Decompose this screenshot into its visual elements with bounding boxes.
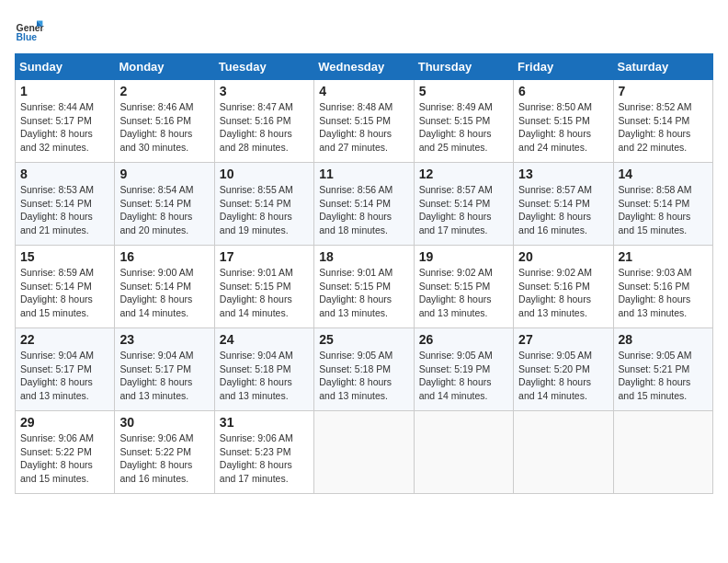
calendar-cell: 31 Sunrise: 9:06 AMSunset: 5:23 PMDaylig… bbox=[214, 411, 313, 494]
day-number: 6 bbox=[518, 84, 608, 98]
day-number: 17 bbox=[220, 249, 309, 264]
weekday-header-sunday: Sunday bbox=[16, 54, 115, 80]
day-info: Sunrise: 8:55 AMSunset: 5:14 PMDaylight:… bbox=[220, 183, 309, 237]
calendar-table: SundayMondayTuesdayWednesdayThursdayFrid… bbox=[15, 53, 713, 494]
calendar-cell bbox=[514, 411, 613, 494]
weekday-header-thursday: Thursday bbox=[414, 54, 513, 80]
day-info: Sunrise: 8:59 AMSunset: 5:14 PMDaylight:… bbox=[20, 266, 109, 320]
day-info: Sunrise: 8:47 AMSunset: 5:16 PMDaylight:… bbox=[220, 100, 309, 155]
day-info: Sunrise: 8:48 AMSunset: 5:15 PMDaylight:… bbox=[319, 100, 408, 155]
day-number: 10 bbox=[220, 167, 309, 181]
day-number: 15 bbox=[20, 249, 109, 264]
calendar-cell: 2 Sunrise: 8:46 AMSunset: 5:16 PMDayligh… bbox=[115, 80, 214, 163]
calendar-cell: 30 Sunrise: 9:06 AMSunset: 5:22 PMDaylig… bbox=[115, 411, 214, 494]
day-info: Sunrise: 8:49 AMSunset: 5:15 PMDaylight:… bbox=[419, 100, 508, 155]
calendar-cell: 11 Sunrise: 8:56 AMSunset: 5:14 PMDaylig… bbox=[314, 163, 414, 246]
day-info: Sunrise: 9:05 AMSunset: 5:21 PMDaylight:… bbox=[619, 349, 708, 403]
weekday-header-monday: Monday bbox=[115, 54, 214, 80]
day-number: 7 bbox=[619, 84, 708, 98]
calendar-cell: 26 Sunrise: 9:05 AMSunset: 5:19 PMDaylig… bbox=[414, 328, 513, 411]
day-info: Sunrise: 9:05 AMSunset: 5:19 PMDaylight:… bbox=[419, 349, 508, 403]
day-info: Sunrise: 8:46 AMSunset: 5:16 PMDaylight:… bbox=[119, 100, 209, 155]
calendar-cell bbox=[613, 411, 712, 494]
logo-icon: General Blue bbox=[15, 15, 44, 44]
calendar-cell: 3 Sunrise: 8:47 AMSunset: 5:16 PMDayligh… bbox=[214, 80, 313, 163]
day-number: 18 bbox=[319, 249, 408, 264]
day-info: Sunrise: 9:06 AMSunset: 5:22 PMDaylight:… bbox=[119, 431, 209, 486]
day-number: 29 bbox=[20, 415, 109, 430]
day-number: 4 bbox=[319, 84, 408, 98]
day-number: 24 bbox=[220, 332, 309, 347]
day-info: Sunrise: 9:05 AMSunset: 5:20 PMDaylight:… bbox=[518, 349, 608, 403]
weekday-header-saturday: Saturday bbox=[613, 54, 712, 80]
page-header: General Blue bbox=[15, 15, 713, 44]
calendar-cell: 21 Sunrise: 9:03 AMSunset: 5:16 PMDaylig… bbox=[613, 246, 712, 328]
day-number: 3 bbox=[220, 84, 309, 98]
calendar-cell: 22 Sunrise: 9:04 AMSunset: 5:17 PMDaylig… bbox=[16, 328, 115, 411]
day-info: Sunrise: 9:05 AMSunset: 5:18 PMDaylight:… bbox=[319, 349, 408, 403]
day-info: Sunrise: 9:06 AMSunset: 5:23 PMDaylight:… bbox=[220, 431, 309, 486]
weekday-header-tuesday: Tuesday bbox=[214, 54, 313, 80]
day-number: 21 bbox=[619, 249, 708, 264]
day-info: Sunrise: 8:53 AMSunset: 5:14 PMDaylight:… bbox=[20, 183, 109, 237]
day-info: Sunrise: 8:57 AMSunset: 5:14 PMDaylight:… bbox=[419, 183, 508, 237]
day-number: 30 bbox=[119, 415, 209, 430]
day-info: Sunrise: 8:44 AMSunset: 5:17 PMDaylight:… bbox=[20, 100, 109, 155]
calendar-cell: 5 Sunrise: 8:49 AMSunset: 5:15 PMDayligh… bbox=[414, 80, 513, 163]
calendar-cell: 27 Sunrise: 9:05 AMSunset: 5:20 PMDaylig… bbox=[514, 328, 613, 411]
day-number: 11 bbox=[319, 167, 408, 181]
day-number: 19 bbox=[419, 249, 508, 264]
day-number: 31 bbox=[220, 415, 309, 430]
day-info: Sunrise: 8:56 AMSunset: 5:14 PMDaylight:… bbox=[319, 183, 408, 237]
calendar-cell: 17 Sunrise: 9:01 AMSunset: 5:15 PMDaylig… bbox=[214, 246, 313, 328]
day-info: Sunrise: 8:58 AMSunset: 5:14 PMDaylight:… bbox=[619, 183, 708, 237]
day-info: Sunrise: 9:02 AMSunset: 5:15 PMDaylight:… bbox=[419, 266, 508, 320]
day-number: 5 bbox=[419, 84, 508, 98]
day-info: Sunrise: 8:57 AMSunset: 5:14 PMDaylight:… bbox=[518, 183, 608, 237]
calendar-cell: 13 Sunrise: 8:57 AMSunset: 5:14 PMDaylig… bbox=[514, 163, 613, 246]
day-info: Sunrise: 9:04 AMSunset: 5:17 PMDaylight:… bbox=[20, 349, 109, 403]
day-number: 25 bbox=[319, 332, 408, 347]
calendar-cell: 8 Sunrise: 8:53 AMSunset: 5:14 PMDayligh… bbox=[16, 163, 115, 246]
calendar-cell: 10 Sunrise: 8:55 AMSunset: 5:14 PMDaylig… bbox=[214, 163, 313, 246]
calendar-cell: 29 Sunrise: 9:06 AMSunset: 5:22 PMDaylig… bbox=[16, 411, 115, 494]
calendar-cell: 24 Sunrise: 9:04 AMSunset: 5:18 PMDaylig… bbox=[214, 328, 313, 411]
calendar-cell: 7 Sunrise: 8:52 AMSunset: 5:14 PMDayligh… bbox=[613, 80, 712, 163]
day-number: 9 bbox=[119, 167, 209, 181]
calendar-cell: 12 Sunrise: 8:57 AMSunset: 5:14 PMDaylig… bbox=[414, 163, 513, 246]
logo: General Blue bbox=[15, 15, 29, 44]
day-info: Sunrise: 8:52 AMSunset: 5:14 PMDaylight:… bbox=[619, 100, 708, 155]
calendar-cell: 19 Sunrise: 9:02 AMSunset: 5:15 PMDaylig… bbox=[414, 246, 513, 328]
day-number: 16 bbox=[119, 249, 209, 264]
calendar-cell: 14 Sunrise: 8:58 AMSunset: 5:14 PMDaylig… bbox=[613, 163, 712, 246]
day-number: 1 bbox=[20, 84, 109, 98]
day-number: 8 bbox=[20, 167, 109, 181]
day-info: Sunrise: 9:06 AMSunset: 5:22 PMDaylight:… bbox=[20, 431, 109, 486]
calendar-cell bbox=[414, 411, 513, 494]
day-info: Sunrise: 9:02 AMSunset: 5:16 PMDaylight:… bbox=[518, 266, 608, 320]
day-number: 13 bbox=[518, 167, 608, 181]
calendar-cell: 20 Sunrise: 9:02 AMSunset: 5:16 PMDaylig… bbox=[514, 246, 613, 328]
calendar-cell bbox=[314, 411, 414, 494]
day-info: Sunrise: 8:54 AMSunset: 5:14 PMDaylight:… bbox=[119, 183, 209, 237]
weekday-header-wednesday: Wednesday bbox=[314, 54, 414, 80]
day-info: Sunrise: 9:01 AMSunset: 5:15 PMDaylight:… bbox=[220, 266, 309, 320]
day-number: 20 bbox=[518, 249, 608, 264]
calendar-cell: 15 Sunrise: 8:59 AMSunset: 5:14 PMDaylig… bbox=[16, 246, 115, 328]
day-info: Sunrise: 9:04 AMSunset: 5:17 PMDaylight:… bbox=[119, 349, 209, 403]
calendar-cell: 6 Sunrise: 8:50 AMSunset: 5:15 PMDayligh… bbox=[514, 80, 613, 163]
calendar-cell: 1 Sunrise: 8:44 AMSunset: 5:17 PMDayligh… bbox=[16, 80, 115, 163]
weekday-header-friday: Friday bbox=[514, 54, 613, 80]
day-info: Sunrise: 9:00 AMSunset: 5:14 PMDaylight:… bbox=[119, 266, 209, 320]
day-number: 27 bbox=[518, 332, 608, 347]
day-info: Sunrise: 9:04 AMSunset: 5:18 PMDaylight:… bbox=[220, 349, 309, 403]
day-number: 14 bbox=[619, 167, 708, 181]
calendar-cell: 9 Sunrise: 8:54 AMSunset: 5:14 PMDayligh… bbox=[115, 163, 214, 246]
day-number: 2 bbox=[119, 84, 209, 98]
svg-text:Blue: Blue bbox=[17, 32, 38, 42]
day-number: 23 bbox=[119, 332, 209, 347]
calendar-cell: 25 Sunrise: 9:05 AMSunset: 5:18 PMDaylig… bbox=[314, 328, 414, 411]
day-number: 12 bbox=[419, 167, 508, 181]
calendar-cell: 28 Sunrise: 9:05 AMSunset: 5:21 PMDaylig… bbox=[613, 328, 712, 411]
calendar-cell: 4 Sunrise: 8:48 AMSunset: 5:15 PMDayligh… bbox=[314, 80, 414, 163]
